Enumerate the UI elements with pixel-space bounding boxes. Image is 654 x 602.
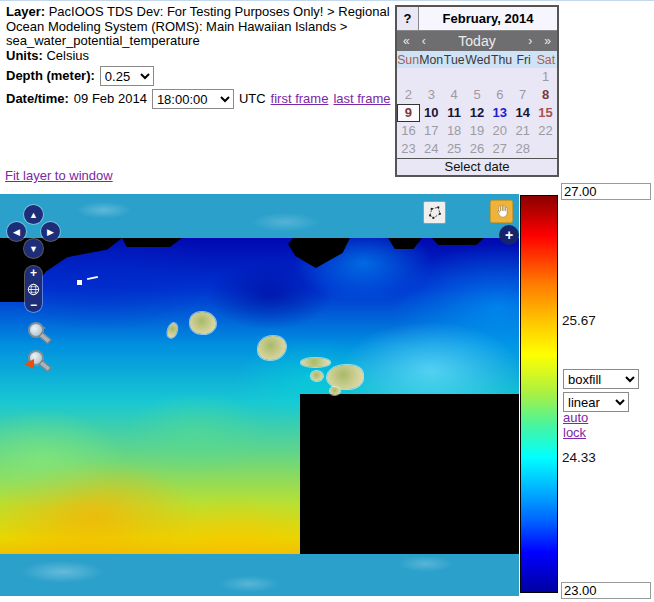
arrow-down-icon: ▼ [29, 244, 38, 254]
calendar-day-8[interactable]: 8 [534, 86, 557, 104]
globe-icon[interactable] [27, 283, 40, 296]
layer-label: Layer: [6, 4, 45, 19]
calendar-day-27[interactable]: 27 [488, 140, 511, 158]
calendar-day-23[interactable]: 23 [397, 140, 420, 158]
calendar-day-28[interactable]: 28 [511, 140, 534, 158]
datetime-line: Date/time: 09 Feb 2014 18:00:00 UTC firs… [6, 89, 392, 109]
zoom-bar: + − [25, 266, 42, 312]
island-molokai [301, 358, 330, 367]
colorbar-min-input[interactable] [561, 582, 651, 599]
island-kahoolawe [330, 387, 340, 395]
day-header-tue: Tue [443, 53, 465, 67]
calendar-day-22[interactable]: 22 [534, 122, 557, 140]
nodata-region [122, 238, 182, 247]
plus-icon: + [505, 227, 513, 243]
pan-left-button[interactable]: ◀ [7, 222, 26, 241]
zoom-out-button[interactable]: − [30, 300, 37, 310]
island-kauai [190, 312, 216, 334]
day-header-sat: Sat [535, 53, 557, 67]
next-year-button[interactable]: » [538, 34, 557, 48]
calendar-nav: « ‹ Today › » [397, 31, 557, 51]
calendar-day-18[interactable]: 18 [443, 122, 466, 140]
zoom-in-button[interactable]: + [30, 268, 37, 278]
units-value: Celsius [46, 48, 89, 63]
pan-right-button[interactable]: ▶ [41, 222, 60, 241]
calendar-day-24[interactable]: 24 [420, 140, 443, 158]
colorbar-max-input[interactable] [561, 183, 651, 200]
calendar-day-16[interactable]: 16 [397, 122, 420, 140]
calendar-day-13[interactable]: 13 [488, 104, 511, 122]
pan-down-button[interactable]: ▼ [24, 239, 43, 258]
prev-year-button[interactable]: « [397, 34, 416, 48]
prev-month-button[interactable]: ‹ [416, 34, 432, 48]
datetime-label: Date/time: [6, 92, 69, 107]
calendar-day-20[interactable]: 20 [488, 122, 511, 140]
calendar-day-6[interactable]: 6 [488, 86, 511, 104]
pan-up-button[interactable]: ▲ [24, 205, 43, 224]
today-button[interactable]: Today [432, 33, 523, 49]
nodata-region [0, 238, 122, 302]
map-viewport[interactable]: ▲ ◀ ▶ ▼ + − + [0, 194, 519, 596]
last-frame-link[interactable]: last frame [333, 92, 390, 107]
select-date-button[interactable]: Select date [397, 158, 557, 175]
colorbar [520, 195, 558, 593]
day-header-sun: Sun [397, 53, 419, 67]
calendar-day-26[interactable]: 26 [466, 140, 489, 158]
depth-select[interactable]: 0.25 [100, 66, 154, 86]
scale-select[interactable]: linear [563, 392, 629, 412]
calendar-day-21[interactable]: 21 [511, 122, 534, 140]
calendar-day-4[interactable]: 4 [443, 86, 466, 104]
box-zoom-out-button[interactable] [25, 350, 51, 376]
calendar-day-12[interactable]: 12 [466, 104, 489, 122]
date-value: 09 Feb 2014 [74, 92, 147, 107]
depth-line: Depth (meter): 0.25 [6, 66, 392, 86]
polygon-icon [426, 204, 444, 222]
units-label: Units: [6, 48, 43, 63]
calendar-day-19[interactable]: 19 [466, 122, 489, 140]
next-month-button[interactable]: › [522, 34, 538, 48]
colorbar-tick-upper: 25.67 [562, 313, 596, 328]
calendar-day-2[interactable]: 2 [397, 86, 420, 104]
layer-path: PacIOOS TDS Dev: For Testing Purposes On… [6, 4, 390, 48]
layer-info-block: Layer: PacIOOS TDS Dev: For Testing Purp… [6, 5, 392, 109]
colorbar-tick-lower: 24.33 [562, 450, 596, 465]
calendar-widget: ? February, 2014 « ‹ Today › » SunMonTue… [395, 5, 559, 177]
lock-range-link[interactable]: lock [563, 425, 586, 440]
calendar-day-11[interactable]: 11 [443, 104, 466, 122]
timezone-label: UTC [239, 92, 266, 107]
time-select[interactable]: 18:00:00 [152, 89, 234, 109]
calendar-day-10[interactable]: 10 [420, 104, 443, 122]
sst-data-layer [0, 238, 519, 554]
calendar-day-9[interactable]: 9 [397, 104, 420, 122]
calendar-day-5[interactable]: 5 [466, 86, 489, 104]
calendar-day-7[interactable]: 7 [511, 86, 534, 104]
units-line: Units: Celsius [6, 49, 392, 64]
style-select[interactable]: boxfill [563, 369, 639, 389]
calendar-day-15[interactable]: 15 [534, 104, 557, 122]
calendar-day-3[interactable]: 3 [420, 86, 443, 104]
depth-label: Depth (meter): [6, 69, 95, 84]
calendar-day-17[interactable]: 17 [420, 122, 443, 140]
layer-switcher-toggle[interactable]: + [499, 225, 519, 245]
nodata-region [300, 394, 519, 554]
fit-layer-link[interactable]: Fit layer to window [5, 168, 113, 183]
nodata-region [432, 238, 484, 245]
first-frame-link[interactable]: first frame [271, 92, 329, 107]
polygon-select-button[interactable] [423, 201, 446, 224]
calendar-day-1[interactable]: 1 [534, 68, 557, 86]
box-zoom-in-button[interactable] [25, 322, 51, 348]
day-header-mon: Mon [419, 53, 443, 67]
island-maui [327, 365, 363, 389]
calendar-help-button[interactable]: ? [397, 7, 419, 30]
arrow-up-icon: ▲ [29, 210, 38, 220]
day-header-fri: Fri [513, 53, 535, 67]
pan-mode-button[interactable] [490, 200, 513, 223]
island-lanai [311, 371, 323, 381]
calendar-title: February, 2014 [419, 7, 557, 30]
arrow-right-icon: ▶ [47, 227, 54, 237]
calendar-day-14[interactable]: 14 [511, 104, 534, 122]
calendar-day-25[interactable]: 25 [443, 140, 466, 158]
hand-icon [493, 203, 510, 220]
auto-range-link[interactable]: auto [563, 410, 588, 425]
calendar-day-headers: SunMonTueWedThuFriSat [397, 51, 557, 68]
